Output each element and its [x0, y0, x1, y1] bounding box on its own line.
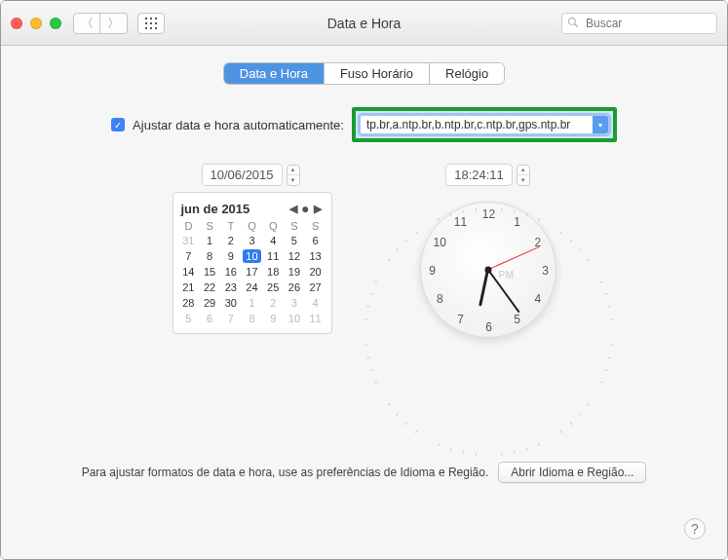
forward-button[interactable]: 〉	[100, 13, 128, 34]
cal-day-cell[interactable]: 18	[263, 265, 283, 279]
cal-day-cell[interactable]: 19	[285, 265, 304, 279]
cal-day-cell[interactable]: 24	[243, 280, 262, 294]
tab-date-time[interactable]: Data e Hora	[224, 63, 325, 84]
ntp-server-select[interactable]: tp.br,a.ntp.br,b.ntp.br,c.ntp.br,gps.ntp…	[360, 115, 609, 134]
tab-timezone[interactable]: Fuso Horário	[325, 63, 430, 84]
cal-day-cell[interactable]: 2	[221, 234, 241, 247]
chevron-down-icon: ▼	[517, 175, 529, 185]
calendar-month-label: jun de 2015	[181, 202, 250, 216]
open-language-region-button[interactable]: Abrir Idioma e Região...	[498, 462, 646, 483]
cal-day-cell[interactable]: 9	[221, 249, 241, 263]
cal-next-button[interactable]: ▶	[312, 203, 324, 215]
cal-day-cell[interactable]: 11	[263, 249, 283, 263]
date-field[interactable]: 10/06/2015	[202, 164, 283, 186]
cal-day-cell[interactable]: 16	[221, 265, 241, 279]
content: Data e Hora Fuso Horário Relógio ✓ Ajust…	[1, 46, 727, 559]
chevron-up-icon: ▲	[287, 166, 299, 176]
titlebar: 〈 〉 Data e Hora	[1, 1, 727, 46]
cal-day-cell[interactable]: 8	[200, 249, 219, 263]
cal-prev-button[interactable]: ◀	[287, 203, 299, 215]
footer: Para ajustar formatos de data e hora, us…	[22, 462, 706, 483]
ntp-server-value: tp.br,a.ntp.br,b.ntp.br,c.ntp.br,gps.ntp…	[361, 118, 593, 131]
cal-day-cell[interactable]: 8	[243, 312, 262, 325]
clock-number: 10	[434, 236, 446, 249]
cal-day-cell[interactable]: 4	[263, 234, 283, 247]
cal-day-cell[interactable]: 11	[306, 312, 326, 325]
clock-number: 11	[454, 215, 467, 229]
cal-day-cell[interactable]: 25	[263, 280, 283, 294]
cal-day-cell[interactable]: 13	[306, 249, 326, 263]
time-field[interactable]: 18:24:11	[445, 164, 513, 186]
calendar: jun de 2015 ◀ ● ▶ DSTQQSS311234567891011…	[172, 192, 332, 334]
cal-day-cell[interactable]: 1	[200, 234, 219, 247]
clock-number: 3	[542, 264, 549, 278]
cal-day-cell[interactable]: 3	[285, 296, 304, 310]
cal-day-cell[interactable]: 23	[221, 280, 241, 294]
cal-weekday: S	[306, 220, 326, 232]
cal-day-cell[interactable]: 17	[243, 265, 262, 279]
time-pane: 18:24:11 ▲ ▼ PM 121234567891011	[420, 164, 556, 338]
clock-number: 8	[437, 292, 443, 306]
cal-day-cell[interactable]: 30	[221, 296, 241, 310]
cal-day-cell[interactable]: 3	[243, 234, 262, 247]
cal-day-cell[interactable]: 2	[263, 296, 283, 310]
zoom-icon[interactable]	[50, 18, 61, 29]
cal-day-cell[interactable]: 4	[306, 296, 326, 310]
cal-weekday: Q	[263, 220, 283, 232]
cal-day-cell[interactable]: 27	[306, 280, 326, 294]
clock-number: 6	[485, 320, 492, 334]
svg-line-1	[575, 23, 578, 26]
cal-day-cell[interactable]: 12	[285, 249, 304, 263]
nav-history: 〈 〉	[73, 13, 128, 34]
cal-weekday: D	[179, 220, 199, 232]
cal-weekday: Q	[243, 220, 262, 232]
cal-day-cell[interactable]: 10	[243, 249, 262, 263]
show-all-prefs-button[interactable]	[137, 13, 165, 34]
cal-weekday: S	[200, 220, 219, 232]
cal-day-cell[interactable]: 6	[200, 312, 219, 325]
cal-day-cell[interactable]: 21	[179, 280, 199, 294]
cal-day-cell[interactable]: 5	[285, 234, 304, 247]
cal-day-cell[interactable]: 6	[306, 234, 326, 247]
cal-weekday: T	[221, 220, 241, 232]
tab-clock[interactable]: Relógio	[430, 63, 504, 84]
clock-number: 1	[514, 215, 520, 229]
date-stepper-control[interactable]: ▲ ▼	[287, 165, 300, 186]
tabs: Data e Hora Fuso Horário Relógio	[22, 63, 706, 84]
cal-day-cell[interactable]: 14	[179, 265, 199, 279]
cal-day-cell[interactable]: 29	[200, 296, 219, 310]
clock-number: 12	[482, 207, 495, 221]
ntp-highlight: tp.br,a.ntp.br,b.ntp.br,c.ntp.br,gps.ntp…	[352, 107, 617, 142]
close-icon[interactable]	[11, 18, 22, 29]
cal-day-cell[interactable]: 31	[179, 234, 199, 247]
clock-number: 7	[457, 313, 464, 326]
auto-adjust-row: ✓ Ajustar data e hora automaticamente: t…	[22, 107, 706, 142]
cal-day-cell[interactable]: 20	[306, 265, 326, 279]
auto-adjust-checkbox[interactable]: ✓	[111, 118, 125, 131]
cal-today-button[interactable]: ●	[299, 201, 311, 216]
help-button[interactable]: ?	[684, 518, 706, 540]
minimize-icon[interactable]	[30, 18, 42, 29]
footer-hint: Para ajustar formatos de data e hora, us…	[82, 466, 489, 479]
chevron-down-icon: ▾	[593, 116, 608, 133]
cal-day-cell[interactable]: 7	[221, 312, 241, 325]
search-input[interactable]	[561, 13, 717, 34]
cal-day-cell[interactable]: 9	[263, 312, 283, 325]
svg-point-0	[569, 18, 576, 24]
time-stepper: 18:24:11 ▲ ▼	[445, 164, 530, 186]
clock-number: 4	[534, 292, 541, 306]
cal-day-cell[interactable]: 10	[285, 312, 304, 325]
clock-number: 2	[534, 236, 541, 249]
panes: 10/06/2015 ▲ ▼ jun de 2015 ◀ ● ▶ DSTQQSS…	[22, 164, 706, 338]
cal-day-cell[interactable]: 15	[200, 265, 219, 279]
back-button[interactable]: 〈	[73, 13, 100, 34]
cal-day-cell[interactable]: 26	[285, 280, 304, 294]
cal-day-cell[interactable]: 7	[179, 249, 199, 263]
grid-icon	[145, 18, 157, 29]
cal-day-cell[interactable]: 5	[179, 312, 199, 325]
cal-day-cell[interactable]: 28	[179, 296, 199, 310]
cal-day-cell[interactable]: 1	[243, 296, 262, 310]
time-stepper-control[interactable]: ▲ ▼	[517, 165, 530, 186]
date-stepper: 10/06/2015 ▲ ▼	[202, 164, 300, 186]
cal-day-cell[interactable]: 22	[200, 280, 219, 294]
